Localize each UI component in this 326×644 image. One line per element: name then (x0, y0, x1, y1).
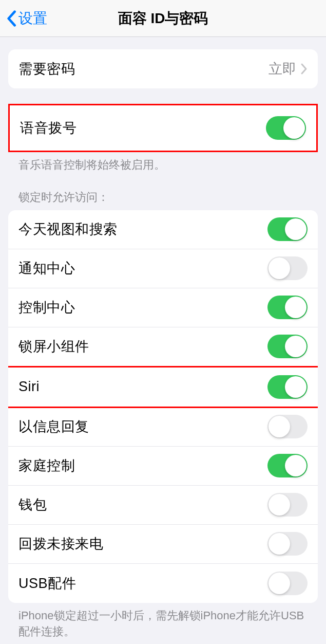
lock-access-row: Siri (8, 367, 318, 407)
lock-access-item-toggle[interactable] (267, 493, 308, 517)
require-passcode-label: 需要密码 (18, 60, 75, 78)
lock-access-item-label: 回拨未接来电 (18, 535, 103, 553)
lock-access-item-toggle[interactable] (267, 296, 308, 319)
voice-dial-footer: 音乐语音控制将始终被启用。 (8, 152, 318, 173)
lock-access-item-label: 钱包 (18, 495, 47, 514)
lock-access-item-label: 通知中心 (18, 259, 75, 278)
navigation-bar: 设置 面容 ID与密码 (0, 0, 326, 37)
lock-access-item-toggle[interactable] (267, 532, 308, 556)
lock-access-item-label: USB配件 (18, 574, 76, 593)
require-passcode-value: 立即 (269, 60, 296, 78)
lock-access-item-label: Siri (18, 379, 40, 395)
lock-access-item-toggle[interactable] (267, 572, 308, 595)
lock-access-group: 今天视图和搜索通知中心控制中心锁屏小组件Siri以信息回复家庭控制钱包回拨未接来… (8, 210, 318, 603)
lock-access-row: 回拨未接来电 (8, 525, 318, 564)
lock-access-row: 以信息回复 (8, 408, 318, 447)
lock-access-item-toggle[interactable] (267, 415, 308, 438)
lock-access-row: 通知中心 (8, 249, 318, 288)
page-title: 面容 ID与密码 (0, 9, 326, 28)
lock-access-item-toggle[interactable] (267, 335, 308, 358)
lock-access-item-label: 以信息回复 (18, 417, 89, 436)
content-area: 需要密码 立即 语音拨号 音乐语音控制将始终被启用。 锁定时允许访问： (0, 49, 326, 639)
lock-access-item-label: 今天视图和搜索 (18, 220, 118, 238)
lock-access-row: 控制中心 (8, 288, 318, 327)
lock-access-item-label: 控制中心 (18, 298, 75, 317)
voice-dial-row: 语音拨号 (10, 105, 316, 151)
lock-access-row: 今天视图和搜索 (8, 210, 318, 249)
back-label: 设置 (18, 9, 47, 28)
voice-dial-label: 语音拨号 (20, 119, 76, 137)
lock-access-header: 锁定时允许访问： (8, 190, 318, 210)
chevron-right-icon (300, 63, 308, 75)
require-passcode-row[interactable]: 需要密码 立即 (8, 49, 318, 88)
lock-access-item-label: 锁屏小组件 (18, 337, 89, 356)
require-passcode-value-wrap: 立即 (269, 60, 308, 78)
lock-access-row: 锁屏小组件 (8, 327, 318, 366)
lock-access-row: USB配件 (8, 564, 318, 603)
voice-dial-highlight: 语音拨号 (8, 104, 318, 152)
voice-dial-toggle[interactable] (266, 116, 306, 140)
passcode-group: 需要密码 立即 (8, 49, 318, 88)
lock-access-row-highlight: Siri (8, 366, 318, 408)
back-button[interactable]: 设置 (0, 9, 47, 28)
chevron-left-icon (6, 10, 16, 27)
lock-access-footer: iPhone锁定超过一小时后，需先解锁iPhone才能允许USB配件连接。 (8, 603, 318, 640)
lock-access-row: 家庭控制 (8, 447, 318, 486)
lock-access-item-toggle[interactable] (267, 375, 308, 399)
lock-access-item-label: 家庭控制 (18, 456, 75, 475)
lock-access-item-toggle[interactable] (267, 217, 308, 241)
lock-access-item-toggle[interactable] (267, 454, 308, 477)
lock-access-row: 钱包 (8, 486, 318, 525)
lock-access-item-toggle[interactable] (267, 256, 308, 280)
